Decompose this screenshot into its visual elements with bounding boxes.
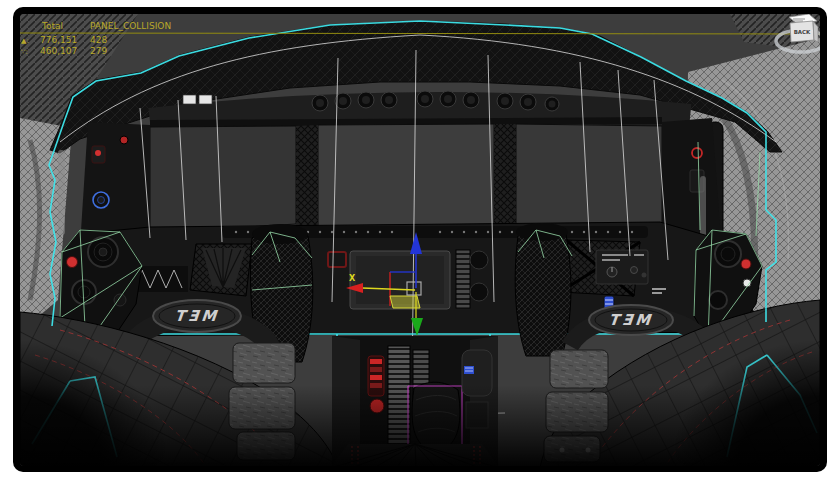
- stats-row1-total: 776,151: [40, 35, 77, 45]
- dash-speaker: [470, 251, 488, 269]
- blue-connector: [464, 366, 474, 374]
- gauge-right: [692, 148, 702, 158]
- stats-col-selected: PANEL_COLLISION: [90, 21, 171, 31]
- vent-left: [190, 244, 252, 296]
- a-pillar-left: [80, 122, 150, 246]
- logo-right: TƎM: [608, 311, 654, 329]
- stats-row1-selected: 428: [90, 35, 107, 45]
- red-button-left[interactable]: [67, 257, 78, 268]
- windshield-pane-right: [516, 124, 662, 228]
- overhead-label-plate: [199, 95, 212, 104]
- stats-col-total: Total: [41, 21, 63, 31]
- stats-row2-selected: 279: [90, 46, 107, 56]
- red-knob: [120, 136, 128, 144]
- dash-speaker: [470, 283, 488, 301]
- stats-row2-label: ∵:: [21, 48, 28, 56]
- gizmo-x-label: X: [349, 274, 356, 283]
- screenshot-stage: TƎM TƎM: [0, 0, 840, 479]
- windshield-pane-center: [318, 124, 494, 229]
- stats-row2-total: 460,107: [40, 46, 77, 56]
- knob[interactable]: [631, 267, 638, 274]
- logo-left: TƎM: [174, 307, 220, 325]
- vignette-corner-right: [670, 340, 820, 466]
- vent-slats: [456, 250, 470, 308]
- overhead-label-plate: [183, 95, 196, 104]
- steering-gaiter-right: [515, 223, 572, 356]
- windshield-mullion: [494, 124, 516, 229]
- viewport-content: TƎM TƎM: [20, 14, 826, 470]
- viewcube-face-label: BACK: [794, 29, 811, 35]
- vignette-corner-left: [20, 340, 170, 466]
- stats-row1-label: ▲:: [21, 37, 29, 45]
- windshield-pane-left: [150, 126, 296, 233]
- viewport-3d: TƎM TƎM: [0, 0, 840, 479]
- windshield-mullion: [296, 125, 318, 232]
- red-framed-button[interactable]: [328, 252, 346, 267]
- red-button-right[interactable]: [741, 259, 751, 269]
